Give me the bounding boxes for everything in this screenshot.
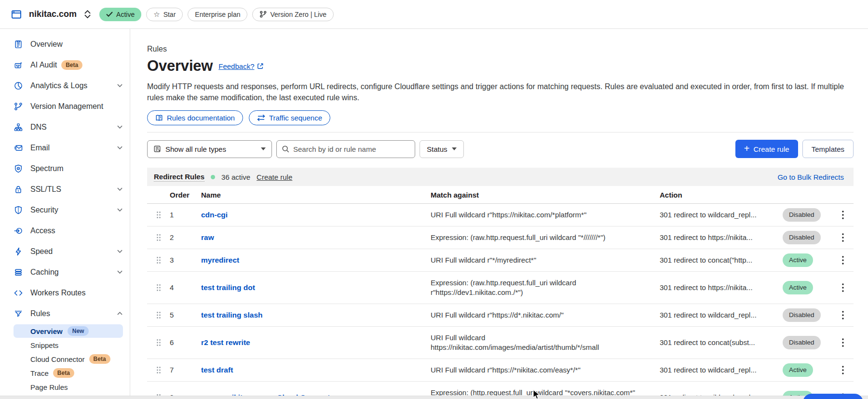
sidebar-item-ssl-tls[interactable]: SSL/TLS [0,179,130,200]
external-link-icon [257,63,264,69]
templates-button[interactable]: Templates [802,140,854,158]
sidebar-item-dns[interactable]: DNS [0,117,130,137]
sidebar-item-analytics[interactable]: Analytics & Logs [0,75,130,96]
rule-name-link[interactable]: r2 test rewrite [201,338,250,346]
sidebar-item-security[interactable]: Security [0,200,130,220]
horizontal-scrollbar[interactable] [0,396,868,399]
sidebar-item-overview[interactable]: Overview [0,34,130,54]
cache-stack-icon [14,267,23,277]
shield-badge-icon [14,164,23,173]
sidebar-item-spectrum[interactable]: Spectrum [0,158,130,179]
sidebar-subitem-snippets[interactable]: Snippets [14,338,123,352]
rule-name-link[interactable]: cdn-cgi [201,211,228,219]
drag-handle[interactable] [147,360,170,380]
sidebar-item-caching[interactable]: Caching [0,262,130,282]
chevron-down-icon [117,125,122,129]
active-dot [211,175,215,179]
sidebar-item-workers-routes[interactable]: Workers Routes [0,282,130,303]
row-menu-button[interactable] [832,211,854,219]
rule-action: 301 redirect to wildcard_repl... [660,304,783,326]
form-icon [153,145,161,153]
rule-action: 301 redirect to https://nikita... [660,226,783,249]
rule-name-link[interactable]: test draft [201,366,233,374]
search-input[interactable] [276,140,415,158]
active-count: 36 active [221,173,250,181]
page-title: Overview [147,57,213,75]
table-row: 5 test trailing slash URI Full wildcard … [147,304,854,327]
sidebar-subitem-rules-overview[interactable]: Overview New [14,324,123,338]
chevron-down-icon [117,208,122,212]
drag-handle[interactable] [147,205,170,225]
rule-order: 2 [170,226,201,249]
traffic-sequence-button[interactable]: Traffic sequence [249,110,330,125]
domain-name: nikitac.com [29,9,77,19]
pie-chart-icon [14,81,23,91]
drag-handle[interactable] [147,227,170,248]
version-selector[interactable]: Version Zero | Live [252,8,333,21]
breadcrumb: Rules [147,45,854,53]
rule-name-link[interactable]: myredirect [201,256,239,264]
table-row: 2 raw Expression: (raw.http.request.full… [147,226,854,249]
status-pill: Disabled [783,231,821,244]
plan-badge[interactable]: Enterprise plan [188,8,247,21]
lock-icon [14,185,23,194]
rule-match: Expression: (raw.http.request.full_uri w… [431,226,660,249]
browser-window-icon [11,9,22,20]
domain-switcher-icon[interactable] [84,10,91,18]
section-create-rule-link[interactable]: Create rule [257,173,292,181]
login-arrow-icon [14,226,23,236]
feedback-link[interactable]: Feedback? [218,62,254,70]
chevron-down-icon [117,84,122,87]
envelope-icon [14,143,23,153]
chevron-down-icon [117,187,122,191]
code-brackets-icon [14,288,23,298]
cloudflare-dashboard: nikitac.com Active ☆ Star Enterprise pla… [0,0,868,399]
site-header: nikitac.com Active ☆ Star Enterprise pla… [0,0,868,29]
rule-name-link[interactable]: test trailing slash [201,311,262,319]
row-menu-button[interactable] [832,256,854,265]
main-content: Rules Overview Feedback? Modify HTTP req… [130,29,868,399]
bulk-redirects-link[interactable]: Go to Bulk Redirects [777,173,844,181]
row-menu-button[interactable] [832,338,854,347]
new-badge: New [68,326,89,336]
rule-order: 1 [170,204,201,226]
row-menu-button[interactable] [832,311,854,319]
sidebar-item-access[interactable]: Access [0,220,130,241]
status-filter[interactable]: Status [420,140,464,158]
git-branch-icon [259,11,267,18]
rule-action: 301 redirect to concat("http... [660,249,783,271]
sidebar-subitem-page-rules[interactable]: Page Rules [14,380,123,394]
drag-handle[interactable] [147,250,170,270]
page-description: Modify HTTP requests and responses, perf… [147,81,854,103]
row-menu-button[interactable] [832,366,854,374]
sidebar-item-email[interactable]: Email [0,137,130,158]
sidebar-item-speed[interactable]: Speed [0,241,130,262]
divider [147,132,854,133]
sidebar-subitem-cloud-connector[interactable]: Cloud Connector Beta [14,352,123,366]
rule-name-link[interactable]: raw [201,233,214,241]
star-icon: ☆ [153,11,160,18]
redirect-rules-section: Redirect Rules 36 active Create rule Go … [147,168,854,399]
chevron-down-icon [117,146,122,149]
sidebar-subitem-trace[interactable]: Trace Beta [14,366,123,380]
star-button[interactable]: ☆ Star [146,8,183,21]
row-menu-button[interactable] [832,233,854,242]
row-menu-button[interactable] [832,283,854,292]
rule-type-filter[interactable]: Show all rule types [147,140,272,158]
status-badge: Active [99,8,141,21]
sidebar-item-rules[interactable]: Rules [0,303,130,324]
drag-handle[interactable] [147,278,170,298]
create-rule-button[interactable]: + Create rule [735,140,798,158]
drag-handle[interactable] [147,305,170,325]
rule-action: 301 redirect to concat(subst... [660,332,783,354]
rule-name-link[interactable]: test trailing dot [201,283,255,292]
rule-order: 4 [170,277,201,299]
git-branch-icon [14,102,23,111]
drag-handle[interactable] [147,332,170,353]
sidebar-item-ai-audit[interactable]: AI Audit Beta [0,54,130,75]
section-title[interactable]: Redirect Rules [154,173,204,182]
rules-documentation-button[interactable]: Rules documentation [147,110,243,125]
rule-action: 301 redirect to wildcard_repl... [660,359,783,381]
sidebar-item-version-management[interactable]: Version Management [0,96,130,117]
support-widget-button[interactable] [803,394,863,399]
